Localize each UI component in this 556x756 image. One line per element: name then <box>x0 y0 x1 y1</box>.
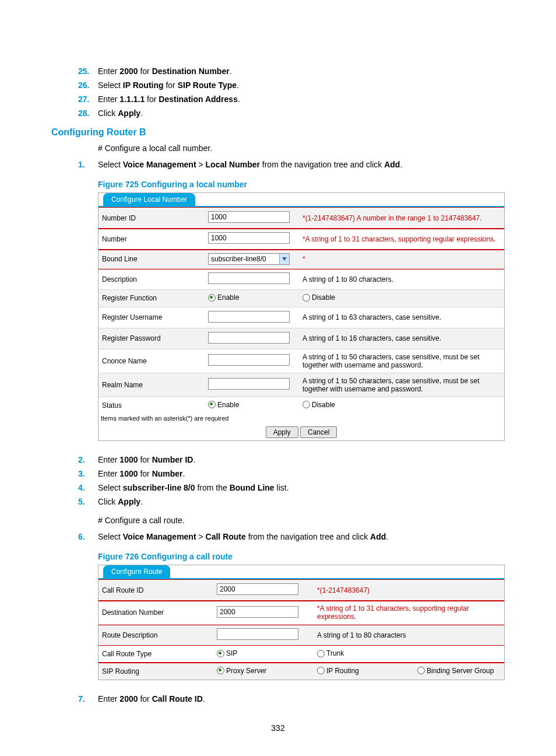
row-register-password: Register Password A string of 1 to 16 ch… <box>98 328 504 349</box>
label-register-password: Register Password <box>98 328 205 349</box>
step-number: 6. <box>78 532 98 541</box>
figure-725-caption: Figure 725 Configuring a local number <box>98 180 505 189</box>
hint-number: *A string of 1 to 31 characters, support… <box>302 235 496 243</box>
figure-tab-row: Configure Local Number <box>98 193 504 207</box>
cfg-local-note: # Configure a local call number. <box>98 144 505 153</box>
step-number: 3. <box>78 469 98 478</box>
page-number: 332 <box>51 723 505 733</box>
radio-circle-icon <box>317 667 325 674</box>
step-2: 2. Enter 1000 for Number ID. <box>98 453 505 467</box>
label-destination-number: Destination Number <box>98 601 213 625</box>
row-call-route-id: Call Route ID 2000 *(1-2147483647) <box>98 580 504 601</box>
step-number: 27. <box>78 94 98 104</box>
step-6: 6. Select Voice Management > Call Route … <box>98 530 505 544</box>
label-number: Number <box>98 229 205 250</box>
mid-steps-list: 2. Enter 1000 for Number ID. 3. Enter 10… <box>98 453 505 509</box>
label-call-route-id: Call Route ID <box>98 580 213 601</box>
label-register-username: Register Username <box>98 307 205 328</box>
register-username-input[interactable] <box>208 311 290 323</box>
destination-number-input[interactable]: 2000 <box>217 606 298 618</box>
call-route-id-input[interactable]: 2000 <box>217 583 298 595</box>
label-register-function: Register Function <box>98 290 205 307</box>
cnonce-name-input[interactable] <box>208 354 290 366</box>
step-5: 5. Click Apply. <box>98 495 505 509</box>
radio-dot-icon <box>208 294 216 302</box>
sip-routing-proxy-radio[interactable]: Proxy Server <box>217 667 266 675</box>
row-status: Status Enable Disable <box>98 397 504 414</box>
radio-circle-icon <box>317 650 325 657</box>
bound-line-value: subscriber-line8/0 <box>211 255 266 263</box>
radio-dot-icon <box>208 401 216 408</box>
route-form-table: Call Route ID 2000 *(1-2147483647) Desti… <box>98 579 504 680</box>
status-disable-radio[interactable]: Disable <box>302 401 335 409</box>
route-type-trunk-radio[interactable]: Trunk <box>317 649 344 657</box>
label-route-description: Route Description <box>98 625 213 646</box>
hint-number-id: *(1-2147483647) A number in the range 1 … <box>302 214 482 222</box>
step-number: 4. <box>78 483 98 492</box>
row-register-function: Register Function Enable Disable <box>98 290 504 307</box>
sip-routing-ip-radio[interactable]: IP Routing <box>317 667 359 675</box>
hint-register-username: A string of 1 to 63 characters, case sen… <box>302 313 441 321</box>
bound-line-select[interactable]: subscriber-line8/0 <box>208 253 290 265</box>
step-4: 4. Select subscriber-line 8/0 from the B… <box>98 481 505 495</box>
register-function-disable-radio[interactable]: Disable <box>302 293 335 302</box>
hint-description: A string of 1 to 80 characters. <box>302 275 393 284</box>
required-note: Items marked with an asterisk(*) are req… <box>98 414 504 423</box>
number-id-input[interactable]: 1000 <box>208 211 290 223</box>
radio-dot-icon <box>217 650 224 657</box>
sip-routing-binding-radio[interactable]: Binding Server Group <box>417 667 494 675</box>
figure-726-caption: Figure 726 Configuring a call route <box>98 552 505 561</box>
step-1-list: 1. Select Voice Management > Local Numbe… <box>98 158 505 172</box>
apply-button[interactable]: Apply <box>266 426 298 438</box>
configure-local-number-tab[interactable]: Configure Local Number <box>103 193 195 206</box>
step-3: 3. Enter 1000 for Number. <box>98 467 505 481</box>
button-row: Apply Cancel <box>98 423 504 440</box>
label-cnonce-name: Cnonce Name <box>98 349 205 373</box>
description-input[interactable] <box>208 272 290 284</box>
radio-dot-icon <box>217 667 224 674</box>
step-number: 5. <box>78 497 98 506</box>
step-number: 1. <box>78 160 98 169</box>
cancel-button[interactable]: Cancel <box>300 426 337 438</box>
row-realm-name: Realm Name A string of 1 to 50 character… <box>98 373 504 397</box>
step-number: 25. <box>78 66 98 76</box>
register-function-enable-radio[interactable]: Enable <box>208 293 239 302</box>
radio-circle-icon <box>302 401 310 408</box>
register-password-input[interactable] <box>208 332 290 344</box>
route-type-sip-radio[interactable]: SIP <box>217 649 237 657</box>
row-number: Number 1000 *A string of 1 to 31 charact… <box>98 229 504 250</box>
label-sip-routing: SIP Routing <box>98 663 213 680</box>
label-call-route-type: Call Route Type <box>98 646 213 663</box>
radio-circle-icon <box>302 294 310 302</box>
row-cnonce-name: Cnonce Name A string of 1 to 50 characte… <box>98 349 504 373</box>
label-description: Description <box>98 269 205 290</box>
row-sip-routing: SIP Routing Proxy Server IP Routing Bind… <box>98 663 504 680</box>
step-1: 1. Select Voice Management > Local Numbe… <box>98 158 505 172</box>
local-number-form-table: Number ID 1000 *(1-2147483647) A number … <box>98 207 504 414</box>
figure-725: Configure Local Number Number ID 1000 *(… <box>98 192 505 441</box>
chevron-down-icon <box>279 254 289 264</box>
step-7: 7. Enter 2000 for Call Route ID. <box>98 692 505 706</box>
step-number: 7. <box>78 694 98 704</box>
hint-realm-name: A string of 1 to 50 characters, case sen… <box>302 377 479 393</box>
hint-destination-number: *A string of 1 to 31 characters, support… <box>317 604 469 621</box>
cfg-route-note: # Configure a call route. <box>98 516 505 525</box>
step-27: 27. Enter 1.1.1.1 for Destination Addres… <box>98 92 505 106</box>
hint-call-route-id: *(1-2147483647) <box>317 586 370 594</box>
label-status: Status <box>98 397 205 414</box>
row-route-description: Route Description A string of 1 to 80 ch… <box>98 625 504 646</box>
row-number-id: Number ID 1000 *(1-2147483647) A number … <box>98 208 504 229</box>
step-6-list: 6. Select Voice Management > Call Route … <box>98 530 505 544</box>
number-input[interactable]: 1000 <box>208 232 290 244</box>
step-28: 28. Click Apply. <box>98 106 505 120</box>
hint-register-password: A string of 1 to 16 characters, case sen… <box>302 334 441 342</box>
step-26: 26. Select IP Routing for SIP Route Type… <box>98 78 505 92</box>
row-description: Description A string of 1 to 80 characte… <box>98 269 504 290</box>
step-number: 28. <box>78 108 98 118</box>
figure-726: Configure Route Call Route ID 2000 *(1-2… <box>98 565 505 680</box>
step-number: 26. <box>78 80 98 90</box>
configure-route-tab[interactable]: Configure Route <box>103 565 170 578</box>
route-description-input[interactable] <box>217 628 298 640</box>
realm-name-input[interactable] <box>208 378 290 390</box>
status-enable-radio[interactable]: Enable <box>208 401 239 409</box>
